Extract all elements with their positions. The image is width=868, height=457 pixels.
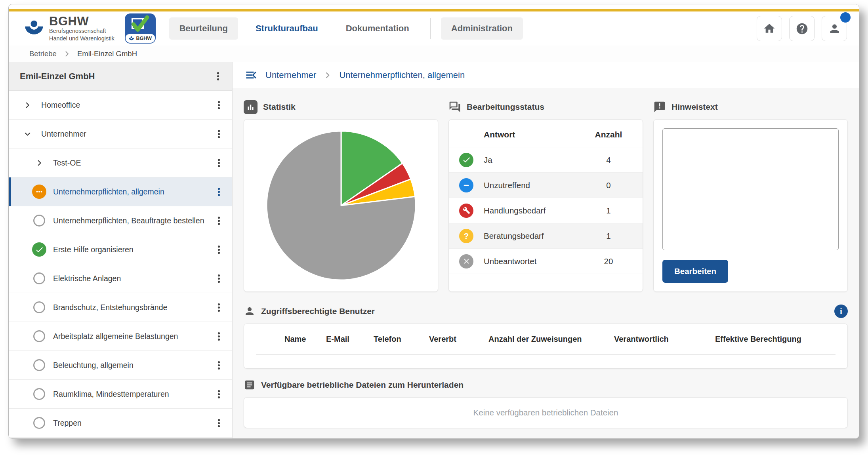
statistik-title: Statistik (263, 102, 296, 112)
tab-beurteilung[interactable]: Beurteilung (169, 17, 238, 40)
tab-administration[interactable]: Administration (441, 17, 523, 40)
tree-item-menu-button[interactable] (210, 270, 227, 287)
tree-item-menu-button[interactable] (210, 212, 227, 229)
tree-row-5[interactable]: Erste Hilfe organisieren (9, 235, 232, 264)
bghw-logo-icon (23, 20, 44, 38)
tree-row-2[interactable]: Test-OE (9, 149, 232, 177)
status-open-icon (33, 301, 45, 313)
main-area: Emil-Einzel GmbH HomeofficeUnternehmerTe… (9, 62, 859, 438)
notification-dot (840, 12, 851, 23)
files-empty-text: Keine verfügbaren betrieblichen Dateien (473, 408, 618, 417)
chevron-right-icon[interactable] (20, 101, 35, 109)
tree-row-4[interactable]: Unternehmerpflichten, Beauftragte bestel… (9, 206, 232, 235)
status-open-icon (33, 359, 45, 371)
tree-row-10[interactable]: Raumklima, Mindesttemperaturen (9, 380, 232, 409)
users-card: NameE-MailTelefonVererbtAnzahl der Zuwei… (244, 324, 848, 369)
tree-item-label: Unternehmerpflichten, allgemein (53, 187, 210, 196)
logo-subtitle-2: Handel und Warenlogistik (49, 35, 114, 42)
tree-item-label: Beleuchtung, allgemein (53, 361, 210, 370)
breadcrumb-item-betriebe[interactable]: Betriebe (29, 50, 57, 58)
tree-item-menu-button[interactable] (210, 125, 227, 143)
status-col-antwort: Antwort (484, 130, 585, 139)
chevron-down-icon[interactable] (20, 130, 35, 138)
sidebar-title: Emil-Einzel GmbH (20, 71, 209, 82)
tree-item-menu-button[interactable] (210, 356, 227, 374)
nav-tabs: BeurteilungStrukturaufbauDokumentationAd… (169, 17, 523, 40)
content-body: Statistik Bearbeitungsstatus (233, 88, 859, 438)
app-badge[interactable]: BGHW (125, 13, 156, 44)
tree-item-label: Homeoffice (41, 101, 210, 110)
status-table-header: Antwort Anzahl (449, 122, 643, 147)
status-title: Bearbeitungsstatus (467, 102, 544, 112)
status-minus-icon (459, 178, 473, 192)
tree-item-menu-button[interactable] (210, 328, 227, 345)
status-check-icon (459, 153, 473, 167)
status-open-icon (33, 215, 45, 227)
tab-strukturaufbau[interactable]: Strukturaufbau (245, 17, 328, 40)
users-table-header: NameE-MailTelefonVererbtAnzahl der Zuwei… (256, 324, 836, 355)
home-button[interactable] (757, 16, 782, 41)
users-column-e-mail: E-Mail (326, 335, 374, 344)
tree-item-menu-button[interactable] (210, 96, 227, 114)
users-info-icon[interactable]: i (834, 305, 848, 318)
status-question-icon: ? (459, 229, 473, 243)
tree-row-0[interactable]: Homeoffice (9, 91, 232, 120)
app-window: BGHW Berufsgenossenschaft Handel und War… (8, 4, 859, 439)
tree-item-menu-button[interactable] (210, 299, 227, 316)
tree-item-menu-button[interactable] (210, 241, 227, 258)
hinweis-card: Bearbeiten (653, 119, 848, 292)
tree-row-6[interactable]: Elektrische Anlagen (9, 264, 232, 293)
tab-dokumentation[interactable]: Dokumentation (336, 17, 420, 40)
users-column-anzahl-der-zuweisungen: Anzahl der Zuweisungen (488, 335, 614, 344)
announcement-icon (653, 101, 666, 113)
chevron-right-icon[interactable] (32, 159, 47, 167)
status-wrench-icon (459, 204, 473, 218)
content-breadcrumb-parent[interactable]: Unternehmer (265, 70, 316, 80)
nav-divider (430, 18, 431, 39)
tree-row-11[interactable]: Treppen (9, 409, 232, 438)
app-badge-check-icon (125, 13, 156, 34)
tree-row-8[interactable]: Arbeitsplatz allgemeine Belastungen (9, 322, 232, 351)
tree-item-menu-button[interactable] (210, 385, 227, 403)
users-column-effektive-berechtigung: Effektive Berechtigung (715, 335, 836, 344)
user-icon (828, 22, 841, 35)
home-icon (763, 22, 776, 35)
status-in-progress-icon (32, 185, 46, 199)
status-open-icon (33, 388, 45, 400)
tree-row-1[interactable]: Unternehmer (9, 120, 232, 149)
bghw-logo: BGHW Berufsgenossenschaft Handel und War… (23, 15, 114, 42)
user-button[interactable] (822, 16, 847, 41)
sidebar-menu-button[interactable] (209, 68, 227, 85)
tree-item-label: Elektrische Anlagen (53, 274, 210, 283)
hinweis-textarea[interactable] (662, 128, 839, 250)
bearbeiten-button[interactable]: Bearbeiten (662, 260, 728, 283)
status-row-beratungsbedarf: ?Beratungsbedarf1 (449, 223, 643, 249)
tree-row-3[interactable]: Unternehmerpflichten, allgemein (9, 177, 232, 206)
chevron-right-icon (323, 71, 332, 80)
collapse-sidebar-button[interactable] (244, 68, 258, 82)
tree-row-9[interactable]: Beleuchtung, allgemein (9, 351, 232, 380)
status-done-icon (32, 242, 46, 257)
status-col-anzahl: Anzahl (585, 130, 632, 139)
tree-item-menu-button[interactable] (210, 414, 227, 432)
window-top-strip (9, 4, 859, 9)
tree-row-7[interactable]: Brandschutz, Entstehungsbrände (9, 293, 232, 322)
header-actions (757, 16, 847, 41)
status-row-ja: Ja4 (449, 147, 643, 173)
pie-chart (265, 130, 417, 281)
tree-item-label: Unternehmerpflichten, Beauftragte bestel… (53, 216, 210, 225)
bar-chart-icon (244, 100, 258, 114)
users-section-header: Zugriffsberechtigte Benutzer i (244, 302, 848, 320)
help-icon (796, 22, 809, 35)
help-button[interactable] (789, 16, 815, 41)
sidebar-header: Emil-Einzel GmbH (9, 62, 232, 91)
users-column-name: Name (284, 335, 326, 344)
document-icon (244, 379, 256, 391)
status-section: Bearbeitungsstatus Antwort Anzahl Ja4Unz… (448, 95, 643, 292)
tree-item-menu-button[interactable] (210, 154, 227, 171)
tree-item-menu-button[interactable] (210, 183, 227, 200)
files-card: Keine verfügbaren betrieblichen Dateien (244, 397, 848, 428)
users-title: Zugriffsberechtigte Benutzer (261, 307, 375, 316)
chevron-right-icon (63, 50, 71, 58)
sidebar-tree: HomeofficeUnternehmerTest-OEUnternehmerp… (9, 91, 232, 438)
